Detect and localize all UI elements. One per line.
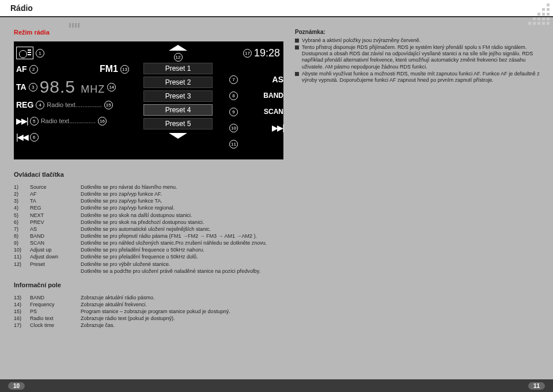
band-label: FM1 <box>100 64 118 74</box>
reg-button[interactable]: REG <box>16 100 33 109</box>
list-item: 6)PREVDotkněte se pro skok na předchozí … <box>14 219 539 226</box>
callout-9: 9 <box>229 108 238 116</box>
callout-5: 5 <box>30 117 39 125</box>
note-item: Abyste mohli využívat funkce a možnosti … <box>295 71 541 84</box>
callout-13: 13 <box>120 65 129 74</box>
preset-4-button[interactable]: Preset 4 <box>143 104 213 116</box>
list-item: 14)FrequencyZobrazuje aktuální frekvenci… <box>14 301 539 308</box>
callout-14: 14 <box>107 83 116 92</box>
callout-1: 1 <box>36 49 44 58</box>
note-title: Poznámka: <box>295 29 541 36</box>
list-item: 3)TADotkněte se pro zap/vyp funkce TA. <box>14 197 539 204</box>
list-item: 1)SourceDotkněte se pro návrat do hlavní… <box>14 184 539 191</box>
next-side-icon[interactable]: ▶▶| <box>272 123 283 132</box>
callout-8: 8 <box>229 92 238 100</box>
page-number-right: 11 <box>528 382 545 390</box>
list-item: 16)Radio textZobrazuje rádio text (pokud… <box>14 315 539 322</box>
callout-10: 10 <box>229 124 238 132</box>
list-item: 17)Clock timeZobrazuje čas. <box>14 322 539 329</box>
page-title: Rádio <box>0 0 553 17</box>
list-item: Dotkněte se a podržte pro uložení právě … <box>14 268 539 275</box>
adjust-up-icon[interactable] <box>169 45 187 51</box>
prev-icon[interactable]: |◀◀ <box>16 132 28 142</box>
callout-6: 6 <box>30 133 39 142</box>
list-item: 8)BANDDotkněte se pro přepnutí rádio pás… <box>14 233 539 239</box>
callout-3: 3 <box>29 83 37 92</box>
list-item: 10)Adjust upDotkněte se pro přeladění fr… <box>14 246 539 253</box>
footer: 10 11 <box>0 379 553 392</box>
preset-3-button[interactable]: Preset 3 <box>143 90 213 102</box>
list-item: 4)REGDotkněte se pro zap/vyp funkce regi… <box>14 204 539 211</box>
callout-17: 17 <box>243 49 252 58</box>
callout-15: 15 <box>104 101 113 109</box>
af-button[interactable]: AF <box>16 64 27 74</box>
ps-text: Radio text............... <box>47 101 101 108</box>
radio-screenshot: 1 AF 2 FM1 13 TA 3 98.5 MHZ 14 <box>14 41 283 159</box>
radio-source-icon[interactable] <box>16 47 33 59</box>
list-item: 13)BANDZobrazuje aktuální rádio pásmo. <box>14 294 539 301</box>
as-button[interactable]: AS <box>272 75 283 84</box>
decoration-dots <box>524 3 550 26</box>
callout-11: 11 <box>229 140 238 149</box>
frequency-value: 98.5 MHZ <box>40 77 105 97</box>
next-icon[interactable]: ▶▶| <box>16 116 28 125</box>
callout-12: 12 <box>174 53 183 62</box>
scan-button[interactable]: SCAN <box>264 108 283 116</box>
mode-title: Režim rádia <box>14 29 285 36</box>
controls-list: 1)SourceDotkněte se pro návrat do hlavní… <box>14 184 539 275</box>
list-item: 5)NEXTDotkněte se pro skok na další dost… <box>14 212 539 219</box>
callout-4: 4 <box>36 101 44 109</box>
list-item: 12)PresetDotkněte se pro výběr uložené s… <box>14 261 539 268</box>
callout-16: 16 <box>98 117 107 125</box>
list-item: 9)SCANDotkněte se pro náhled uložených s… <box>14 239 539 246</box>
list-item: 7)ASDotkněte se pro automatické uložení … <box>14 226 539 233</box>
clock-time: 19:28 <box>254 47 280 59</box>
callout-2: 2 <box>29 65 38 74</box>
list-item: 2)AFDotkněte se pro zap/vyp funkce AF. <box>14 191 539 197</box>
preset-2-button[interactable]: Preset 2 <box>143 77 213 88</box>
decoration-bar <box>69 23 79 28</box>
callout-7: 7 <box>229 75 238 84</box>
info-list: 13)BANDZobrazuje aktuální rádio pásmo.14… <box>14 294 539 329</box>
list-item: 15)PSProgram stanice – zobrazuje program… <box>14 308 539 315</box>
note-item: Vybrané a aktivní položky jsou zvýrazněn… <box>295 37 541 44</box>
adjust-down-icon[interactable] <box>169 133 187 139</box>
controls-title: Ovládací tlačítka <box>14 171 539 178</box>
note-item: Tento přístroj disponuje RDS přijímačem.… <box>295 44 541 70</box>
page-number-left: 10 <box>8 382 25 390</box>
preset-5-button[interactable]: Preset 5 <box>143 118 213 130</box>
preset-1-button[interactable]: Preset 1 <box>143 63 213 74</box>
list-item: 11)Adjust downDotkněte se pro přeladění … <box>14 253 539 260</box>
info-title: Informační pole <box>14 281 539 288</box>
radio-text: Radio text............... <box>41 117 96 124</box>
ta-button[interactable]: TA <box>16 82 26 92</box>
band-button[interactable]: BAND <box>263 92 283 100</box>
